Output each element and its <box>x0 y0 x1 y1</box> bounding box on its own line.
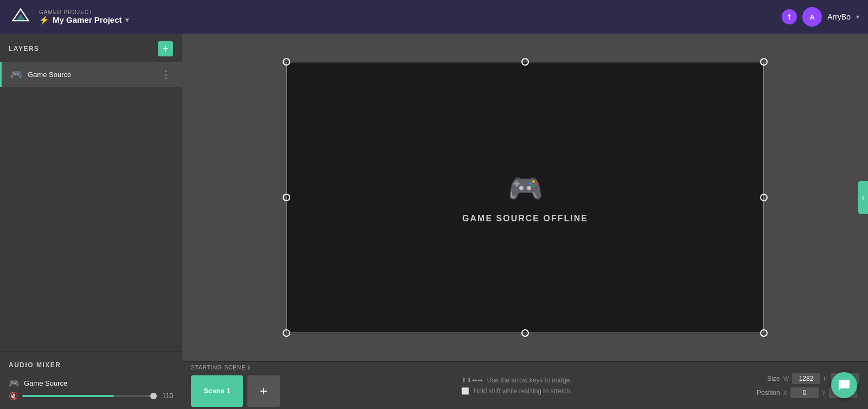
size-w-input[interactable] <box>792 373 820 384</box>
starting-scene-label: STARTING SCENE ℹ <box>191 365 251 370</box>
audio-game-controller-icon: 🎮 <box>9 378 20 388</box>
handle-middle-right[interactable] <box>760 194 768 201</box>
chevron-left-icon: ‹ <box>861 193 864 202</box>
user-chevron-icon[interactable]: ▾ <box>856 13 859 21</box>
top-nav: GAMER PROJECT ⚡ My Gamer Project ▾ t A A… <box>0 0 868 34</box>
hint-shift-resize: ⬜ Hold shift while resizing to stretch. <box>461 387 572 395</box>
avatar: A <box>802 7 822 27</box>
audio-slider-fill <box>22 395 114 397</box>
handle-top-right[interactable] <box>760 58 768 66</box>
main-layout: LAYERS + 🎮 Game Source ⋮ AUDIO MIXER 🎮 G… <box>0 34 868 409</box>
game-source-offline-icon: 🎮 <box>508 172 543 205</box>
project-name-text: My Gamer Project <box>53 15 122 24</box>
canvas-area: 🎮 GAME SOURCE OFFLINE ‹ <box>182 34 868 409</box>
hint-arrow-text: Use the arrow keys to nudge. <box>487 376 572 384</box>
add-scene-button[interactable]: + <box>247 375 280 407</box>
layer-name: Game Source <box>28 71 154 79</box>
pos-x-input[interactable] <box>790 387 819 398</box>
handle-top-center[interactable] <box>521 58 529 66</box>
x-label: X <box>783 389 787 396</box>
audio-mixer-header: AUDIO MIXER <box>0 352 182 375</box>
canvas-content: 🎮 GAME SOURCE OFFLINE <box>286 62 764 333</box>
y-label: Y <box>822 389 826 396</box>
mute-icon: 🔇 <box>9 392 18 400</box>
audio-mixer-title: AUDIO MIXER <box>9 361 61 369</box>
bolt-icon: ⚡ <box>39 15 49 25</box>
chat-fab-button[interactable] <box>831 372 857 398</box>
w-label: W <box>783 375 789 382</box>
scenes-area: STARTING SCENE ℹ Scene 1 + <box>191 365 280 407</box>
h-label: H <box>824 375 828 382</box>
handle-bottom-center[interactable] <box>521 329 529 337</box>
layers-title: LAYERS <box>9 45 40 53</box>
audio-mixer-section: AUDIO MIXER 🎮 Game Source 🔇 110 <box>0 352 182 409</box>
game-source-offline-text: GAME SOURCE OFFLINE <box>462 214 588 223</box>
pos-label: Position <box>753 389 780 397</box>
hint-arrow-keys: ⬆⬇⬅➡ Use the arrow keys to nudge. <box>461 376 572 384</box>
project-label: GAMER PROJECT <box>39 9 129 15</box>
size-label: Size <box>753 375 780 382</box>
nav-username: ArryBo <box>827 12 851 21</box>
hint-shift-text: Hold shift while resizing to stretch. <box>474 387 572 395</box>
audio-item-controls: 🔇 110 <box>9 392 173 400</box>
right-panel-toggle-button[interactable]: ‹ <box>858 181 868 214</box>
handle-bottom-left[interactable] <box>283 329 290 337</box>
layer-item-game-source[interactable]: 🎮 Game Source ⋮ <box>0 62 182 87</box>
handle-top-left[interactable] <box>283 58 290 66</box>
info-icon: ℹ <box>248 365 251 370</box>
canvas-stage[interactable]: 🎮 GAME SOURCE OFFLINE <box>286 62 764 333</box>
shift-icon: ⬜ <box>461 387 469 395</box>
handle-bottom-right[interactable] <box>760 329 768 337</box>
audio-item-game-source: 🎮 Game Source 🔇 110 <box>0 375 182 404</box>
left-sidebar: LAYERS + 🎮 Game Source ⋮ AUDIO MIXER 🎮 G… <box>0 34 182 409</box>
bottom-hints: ⬆⬇⬅➡ Use the arrow keys to nudge. ⬜ Hold… <box>280 376 753 395</box>
audio-slider-track[interactable] <box>22 395 154 397</box>
project-name-btn[interactable]: ⚡ My Gamer Project ▾ <box>39 15 129 25</box>
handle-middle-left[interactable] <box>283 194 290 201</box>
layer-more-icon[interactable]: ⋮ <box>159 67 173 81</box>
canvas-viewport[interactable]: 🎮 GAME SOURCE OFFLINE ‹ <box>182 34 868 361</box>
audio-slider-thumb[interactable] <box>150 393 157 399</box>
scene-wrapper: STARTING SCENE ℹ Scene 1 <box>191 375 243 407</box>
audio-item-top: 🎮 Game Source <box>9 378 173 388</box>
game-controller-icon: 🎮 <box>10 68 22 80</box>
nav-project: GAMER PROJECT ⚡ My Gamer Project ▾ <box>39 9 129 25</box>
bottom-bar: STARTING SCENE ℹ Scene 1 + ⬆⬇⬅➡ Use the … <box>182 361 868 409</box>
nav-right: t A ArryBo ▾ <box>782 7 859 27</box>
add-layer-button[interactable]: + <box>158 41 173 56</box>
arrow-keys-icon: ⬆⬇⬅➡ <box>461 376 483 384</box>
audio-volume-value: 110 <box>158 392 173 400</box>
audio-item-name: Game Source <box>24 379 67 387</box>
twitch-icon: t <box>782 9 797 24</box>
app-logo <box>9 5 33 29</box>
project-chevron-icon: ▾ <box>125 16 129 24</box>
scene-tile-1[interactable]: Scene 1 <box>191 375 243 407</box>
layers-header: LAYERS + <box>0 34 182 62</box>
audio-mute-button[interactable]: 🔇 <box>9 392 18 400</box>
